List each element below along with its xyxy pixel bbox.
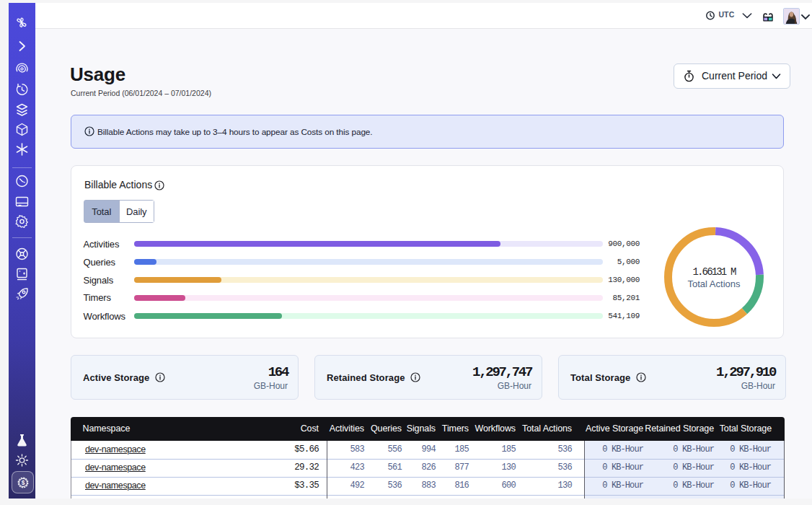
svg-text:UTC: UTC (718, 10, 734, 19)
svg-text:$: $ (21, 479, 25, 486)
